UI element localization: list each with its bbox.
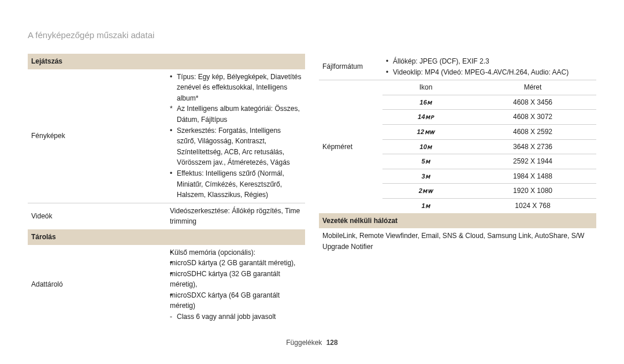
footer-label: Függelékek — [286, 339, 322, 347]
kepmeret-header-row: Ikon Méret — [382, 80, 596, 95]
size-value: 3648 X 2736 — [469, 139, 596, 154]
list-item: Állókép: JPEG (DCF), EXIF 2.3 — [386, 56, 593, 67]
table-row: 10ᴍ3648 X 2736 — [382, 139, 596, 154]
table-row: 5ᴍ2592 X 1944 — [382, 154, 596, 169]
list-item: Az Intelligens album kategóriái: Összes,… — [170, 103, 302, 125]
row-kepmeret: Képméret Ikon Méret 16ᴍ4608 X 3456 14ᴍᴘ4… — [319, 80, 596, 213]
kepmeret-table: Ikon Méret 16ᴍ4608 X 3456 14ᴍᴘ4608 X 307… — [382, 80, 596, 213]
right-table: Fájlformátum Állókép: JPEG (DCF), EXIF 2… — [319, 54, 596, 254]
size-value: 4608 X 3072 — [469, 110, 596, 125]
row-videok: Videók Videószerkesztése: Állókép rögzít… — [28, 203, 305, 229]
list-item: Class 6 vagy annál jobb javasolt — [170, 311, 302, 322]
row-value: MobileLink, Remote Viewfinder, Email, SN… — [319, 228, 596, 254]
list-item: microSDHC kártya (32 GB garantált méreti… — [170, 269, 302, 290]
row-label: Fényképek — [28, 69, 166, 203]
size-value: 2592 X 1944 — [469, 154, 596, 169]
size-icon: 5ᴍ — [382, 154, 469, 169]
list-item: Szerkesztés: Forgatás, Intelligens szűrő… — [170, 125, 302, 168]
size-icon: 14ᴍᴘ — [382, 110, 469, 125]
row-wifi: MobileLink, Remote Viewfinder, Email, SN… — [319, 228, 596, 254]
section-header-label: Lejátszás — [28, 54, 305, 69]
size-icon: 12ᴍᴡ — [382, 124, 469, 139]
page-title: A fényképezőgép műszaki adatai — [28, 30, 596, 40]
row-adattarolo: Adattároló Külső memória (opcionális): m… — [28, 245, 305, 325]
size-icon: 10ᴍ — [382, 139, 469, 154]
row-value: Állókép: JPEG (DCF), EXIF 2.3 Videoklip:… — [382, 54, 596, 80]
left-table: Lejátszás Fényképek Típus: Egy kép, Bély… — [28, 54, 305, 325]
row-value: Ikon Méret 16ᴍ4608 X 3456 14ᴍᴘ4608 X 307… — [382, 80, 596, 213]
table-row: 3ᴍ1984 X 1488 — [382, 169, 596, 184]
section-header-label: Tárolás — [28, 229, 305, 245]
list-item: microSDXC kártya (64 GB garantált méreti… — [170, 290, 302, 311]
table-row: 16ᴍ4608 X 3456 — [382, 95, 596, 110]
footer-page-number: 128 — [326, 339, 338, 347]
fenykepek-list: Típus: Egy kép, Bélyegképek, Diavetítés … — [170, 72, 302, 200]
size-icon: 2ᴍᴡ — [382, 184, 469, 199]
table-row: 2ᴍᴡ1920 X 1080 — [382, 184, 596, 199]
size-icon: 3ᴍ — [382, 169, 469, 184]
section-header-wifi: Vezeték nélküli hálózat — [319, 213, 596, 229]
section-header-tarolas: Tárolás — [28, 229, 305, 245]
table-row: 1ᴍ1024 X 768 — [382, 198, 596, 213]
row-label: Képméret — [319, 80, 382, 213]
right-column: Fájlformátum Állókép: JPEG (DCF), EXIF 2… — [319, 54, 596, 339]
size-value: 4608 X 2592 — [469, 124, 596, 139]
size-value: 1984 X 1488 — [469, 169, 596, 184]
kepmeret-header-meret: Méret — [469, 80, 596, 95]
row-label: Videók — [28, 203, 166, 229]
list-item: Típus: Egy kép, Bélyegképek, Diavetítés … — [170, 72, 302, 104]
row-label: Fájlformátum — [319, 54, 382, 80]
left-column: Lejátszás Fényképek Típus: Egy kép, Bély… — [28, 54, 305, 339]
table-row: 12ᴍᴡ4608 X 2592 — [382, 124, 596, 139]
list-item: Effektus: Intelligens szűrő (Normál, Min… — [170, 168, 302, 200]
table-row: 14ᴍᴘ4608 X 3072 — [382, 110, 596, 125]
size-icon: 16ᴍ — [382, 95, 469, 110]
row-label: Adattároló — [28, 245, 166, 325]
section-header-lejatszas: Lejátszás — [28, 54, 305, 69]
adattarolo-lines: Külső memória (opcionális): microSD kárt… — [170, 247, 302, 322]
size-icon: 1ᴍ — [382, 198, 469, 213]
row-fenykepek: Fényképek Típus: Egy kép, Bélyegképek, D… — [28, 69, 305, 203]
list-item: Külső memória (opcionális): — [170, 247, 302, 258]
row-value: Külső memória (opcionális): microSD kárt… — [166, 245, 305, 325]
list-item: microSD kártya (2 GB garantált méretig), — [170, 258, 302, 269]
size-value: 1024 X 768 — [469, 198, 596, 213]
section-header-label: Vezeték nélküli hálózat — [319, 213, 596, 229]
document-page: A fényképezőgép műszaki adatai Lejátszás… — [0, 0, 624, 364]
list-item: Videoklip: MP4 (Videó: MPEG-4.AVC/H.264,… — [386, 67, 593, 78]
fajlformatum-list: Állókép: JPEG (DCF), EXIF 2.3 Videoklip:… — [386, 56, 593, 77]
page-footer: Függelékek 128 — [28, 339, 596, 347]
row-value: Típus: Egy kép, Bélyegképek, Diavetítés … — [166, 69, 305, 203]
row-fajlformatum: Fájlformátum Állókép: JPEG (DCF), EXIF 2… — [319, 54, 596, 80]
content-columns: Lejátszás Fényképek Típus: Egy kép, Bély… — [28, 54, 596, 339]
row-value: Videószerkesztése: Állókép rögzítés, Tim… — [166, 203, 305, 229]
kepmeret-header-ikon: Ikon — [382, 80, 469, 95]
size-value: 4608 X 3456 — [469, 95, 596, 110]
size-value: 1920 X 1080 — [469, 184, 596, 199]
